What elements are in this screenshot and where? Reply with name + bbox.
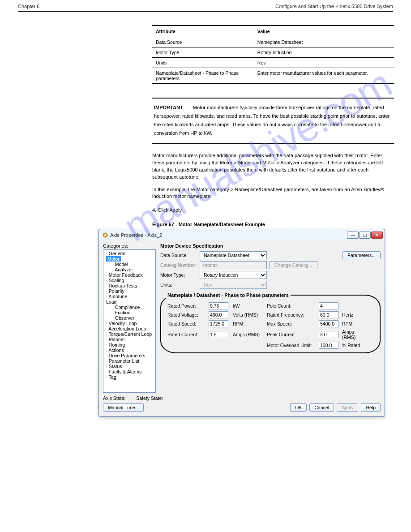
apply-button: Apply xyxy=(337,403,358,412)
tree-item[interactable]: · Homing xyxy=(105,342,155,348)
safety-state-label: Safety State: xyxy=(136,395,163,401)
max-speed-unit: RPM xyxy=(342,321,369,326)
figure-caption: Figure 67 - Motor Nameplate/Datasheet Ex… xyxy=(152,222,393,227)
tree-item-motor[interactable]: Motor · Model · Analyzer xyxy=(105,256,155,272)
table-row: Motor TypeRotary Induction xyxy=(152,47,394,58)
table-row: UnitsRev xyxy=(152,58,394,68)
important-label: IMPORTANT xyxy=(154,105,183,110)
chapter-label: Chapter 6 xyxy=(18,4,39,9)
cancel-button[interactable]: Cancel xyxy=(309,403,334,412)
step-text: 4. Click Apply. xyxy=(152,207,393,213)
tree-item[interactable]: · General xyxy=(105,251,155,256)
rated-voltage-unit: Volts (RMS) xyxy=(233,312,264,317)
pole-count-label: Pole Count: xyxy=(267,303,316,309)
paragraph: Motor manufacturers provide additional p… xyxy=(152,152,394,181)
category-tree[interactable]: · General Motor · Model · Analyzer · Mot… xyxy=(103,249,156,393)
max-speed-label: Max Speed: xyxy=(267,321,316,326)
pole-count-field[interactable] xyxy=(319,302,338,309)
peak-current-field[interactable] xyxy=(319,331,338,338)
overload-label: Motor Overload Limit: xyxy=(267,343,316,348)
tree-item[interactable]: · Parameter List xyxy=(105,358,155,364)
rated-speed-field[interactable] xyxy=(209,320,228,327)
table-row: Nameplate/Datasheet - Phase to Phase par… xyxy=(152,68,394,84)
tree-item[interactable]: · Acceleration Loop xyxy=(105,326,155,331)
tree-item[interactable]: · Torque/Current Loop xyxy=(105,331,155,337)
tree-item[interactable]: · Polarity xyxy=(105,288,155,294)
rated-freq-label: Rated Frequency: xyxy=(267,312,316,317)
rated-freq-unit: Hertz xyxy=(342,312,369,317)
tree-item[interactable]: · Observer xyxy=(111,315,154,321)
nameplate-fieldset: Nameplate / Datasheet - Phase to Phase p… xyxy=(160,292,381,353)
paragraph: In this example, the Motor category > Na… xyxy=(152,186,394,201)
tree-item[interactable]: · Status xyxy=(105,364,155,369)
tree-item[interactable]: · Hookup Tests xyxy=(105,283,155,288)
body-text: Motor manufacturers provide additional p… xyxy=(152,152,394,201)
close-button[interactable]: ✕ xyxy=(371,232,383,239)
rated-speed-unit: RPM xyxy=(233,321,264,326)
tree-item[interactable]: · Autotune xyxy=(105,294,155,299)
rated-current-field[interactable] xyxy=(209,331,228,338)
overload-field[interactable] xyxy=(319,342,338,349)
rated-power-label: Rated Power: xyxy=(167,303,206,309)
tree-item[interactable]: · Planner xyxy=(105,337,155,342)
categories-label: Categories: xyxy=(103,243,156,249)
catalog-number-label: Catalog Number: xyxy=(160,262,197,268)
tree-item[interactable]: · Model xyxy=(111,262,154,267)
manual-tune-button[interactable]: Manual Tune... xyxy=(103,403,144,412)
th-value: Value xyxy=(254,26,394,37)
minimize-button[interactable]: — xyxy=(347,232,359,239)
tree-item[interactable]: · Velocity Loop xyxy=(105,321,155,326)
data-source-label: Data Source: xyxy=(160,253,197,258)
table-row: Data SourceNameplate Datasheet xyxy=(152,37,394,47)
peak-current-label: Peak Current: xyxy=(267,332,316,337)
units-label: Units: xyxy=(160,282,197,287)
axis-state-label: Axis State: xyxy=(103,395,125,401)
motor-type-label: Motor Type: xyxy=(160,272,197,278)
axis-properties-dialog: Axis Properties - Axis_2 — ▢ ✕ Categorie… xyxy=(98,229,385,417)
svg-point-1 xyxy=(104,234,106,236)
tree-item[interactable]: · Motor Feedback xyxy=(105,272,155,278)
tree-item[interactable]: · Compliance xyxy=(111,305,154,310)
help-button[interactable]: Help xyxy=(361,403,381,412)
maximize-button[interactable]: ▢ xyxy=(359,232,371,239)
window-icon xyxy=(102,232,108,238)
rated-voltage-field[interactable] xyxy=(209,311,228,318)
tree-item[interactable]: · Friction xyxy=(111,310,154,315)
header-rule xyxy=(18,11,393,12)
tree-item[interactable]: · Tag xyxy=(105,374,155,380)
tree-item[interactable]: · Actions xyxy=(105,348,155,353)
rated-power-unit: kW xyxy=(233,303,264,309)
titlebar[interactable]: Axis Properties - Axis_2 — ▢ ✕ xyxy=(99,230,384,240)
tree-item-load[interactable]: Load · Compliance · Friction · Observer xyxy=(105,299,155,321)
rated-power-field[interactable] xyxy=(209,302,228,309)
units-select: Rev xyxy=(200,281,267,289)
parameters-button[interactable]: Parameters... xyxy=(342,251,381,259)
window-title: Axis Properties - Axis_2 xyxy=(110,232,345,238)
tree-item[interactable]: · Drive Parameters xyxy=(105,353,155,358)
data-source-select[interactable]: Nameplate Datasheet xyxy=(200,251,267,259)
peak-current-unit: Amps (RMS) xyxy=(342,329,369,340)
page-header: Chapter 6 Configure and Start Up the Kin… xyxy=(18,0,393,11)
rated-current-label: Rated Current: xyxy=(167,332,206,337)
fieldset-legend: Nameplate / Datasheet - Phase to Phase p… xyxy=(166,292,291,298)
rated-current-unit: Amps (RMS) xyxy=(233,332,264,337)
rated-speed-label: Rated Speed: xyxy=(167,321,206,326)
th-attribute: Attribute xyxy=(152,26,254,37)
rated-freq-field[interactable] xyxy=(319,311,338,318)
motor-type-select[interactable]: Rotary Induction xyxy=(200,271,267,279)
chapter-title: Configure and Start Up the Kinetix 5500 … xyxy=(275,4,393,9)
tree-item[interactable]: · Analyzer xyxy=(111,267,154,272)
overload-unit: % Rated xyxy=(342,343,369,348)
tree-item[interactable]: · Scaling xyxy=(105,278,155,283)
rated-voltage-label: Rated Voltage: xyxy=(167,312,206,317)
panel-title: Motor Device Specification xyxy=(160,243,381,249)
catalog-number-field xyxy=(200,261,267,269)
max-speed-field[interactable] xyxy=(319,320,338,327)
important-note: IMPORTANT Motor manufacturers typically … xyxy=(152,98,394,144)
ok-button[interactable]: OK xyxy=(290,403,307,412)
attributes-table: Attribute Value Data SourceNameplate Dat… xyxy=(152,25,394,84)
tree-item[interactable]: · Faults & Alarms xyxy=(105,369,155,374)
change-catalog-button: Change Catalog... xyxy=(270,261,317,269)
